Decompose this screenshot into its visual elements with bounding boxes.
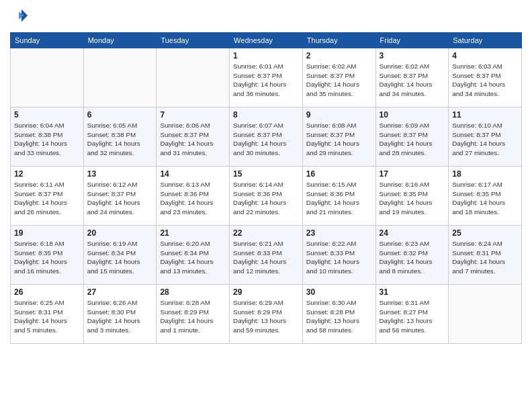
day-info: Sunrise: 6:14 AM Sunset: 8:36 PM Dayligh… — [233, 180, 299, 217]
week-row-1: 1Sunrise: 6:01 AM Sunset: 8:37 PM Daylig… — [11, 48, 522, 107]
day-number: 13 — [87, 169, 153, 179]
calendar-cell: 15Sunrise: 6:14 AM Sunset: 8:36 PM Dayli… — [230, 167, 303, 226]
calendar-cell: 2Sunrise: 6:02 AM Sunset: 8:37 PM Daylig… — [302, 48, 375, 107]
day-number: 23 — [306, 228, 372, 238]
day-info: Sunrise: 6:23 AM Sunset: 8:32 PM Dayligh… — [380, 239, 445, 276]
day-number: 14 — [160, 169, 226, 179]
day-info: Sunrise: 6:17 AM Sunset: 8:35 PM Dayligh… — [452, 180, 518, 217]
day-number: 8 — [233, 110, 299, 120]
calendar-cell: 20Sunrise: 6:19 AM Sunset: 8:34 PM Dayli… — [83, 226, 157, 285]
day-number: 27 — [87, 287, 153, 297]
calendar-cell: 11Sunrise: 6:10 AM Sunset: 8:37 PM Dayli… — [449, 107, 522, 167]
calendar-cell: 28Sunrise: 6:28 AM Sunset: 8:29 PM Dayli… — [157, 285, 230, 344]
calendar-cell: 9Sunrise: 6:08 AM Sunset: 8:37 PM Daylig… — [302, 107, 375, 167]
calendar-cell — [157, 48, 230, 107]
day-info: Sunrise: 6:06 AM Sunset: 8:37 PM Dayligh… — [160, 121, 226, 158]
calendar-cell: 23Sunrise: 6:22 AM Sunset: 8:33 PM Dayli… — [302, 226, 375, 285]
day-info: Sunrise: 6:25 AM Sunset: 8:31 PM Dayligh… — [14, 298, 80, 335]
day-number: 6 — [87, 110, 153, 120]
day-info: Sunrise: 6:05 AM Sunset: 8:38 PM Dayligh… — [87, 121, 153, 158]
day-number: 21 — [160, 228, 226, 238]
weekday-header-friday: Friday — [375, 33, 449, 48]
day-info: Sunrise: 6:21 AM Sunset: 8:33 PM Dayligh… — [233, 239, 299, 276]
calendar-cell: 27Sunrise: 6:26 AM Sunset: 8:30 PM Dayli… — [83, 285, 157, 344]
calendar-cell: 1Sunrise: 6:01 AM Sunset: 8:37 PM Daylig… — [230, 48, 303, 107]
day-info: Sunrise: 6:01 AM Sunset: 8:37 PM Dayligh… — [233, 62, 299, 99]
calendar-cell: 10Sunrise: 6:09 AM Sunset: 8:37 PM Dayli… — [375, 107, 449, 167]
day-info: Sunrise: 6:22 AM Sunset: 8:33 PM Dayligh… — [306, 239, 372, 276]
day-info: Sunrise: 6:08 AM Sunset: 8:37 PM Dayligh… — [306, 121, 372, 158]
calendar-cell: 26Sunrise: 6:25 AM Sunset: 8:31 PM Dayli… — [11, 285, 84, 344]
calendar-cell: 5Sunrise: 6:04 AM Sunset: 8:38 PM Daylig… — [11, 107, 84, 167]
day-info: Sunrise: 6:19 AM Sunset: 8:34 PM Dayligh… — [87, 239, 153, 276]
calendar-cell: 18Sunrise: 6:17 AM Sunset: 8:35 PM Dayli… — [449, 167, 522, 226]
day-info: Sunrise: 6:13 AM Sunset: 8:36 PM Dayligh… — [160, 180, 226, 217]
calendar-cell: 17Sunrise: 6:16 AM Sunset: 8:35 PM Dayli… — [375, 167, 449, 226]
calendar-cell: 19Sunrise: 6:18 AM Sunset: 8:35 PM Dayli… — [11, 226, 84, 285]
calendar-cell: 24Sunrise: 6:23 AM Sunset: 8:32 PM Dayli… — [375, 226, 449, 285]
calendar-cell: 8Sunrise: 6:07 AM Sunset: 8:37 PM Daylig… — [230, 107, 303, 167]
day-number: 3 — [380, 51, 445, 60]
day-number: 26 — [14, 287, 80, 297]
day-info: Sunrise: 6:28 AM Sunset: 8:29 PM Dayligh… — [160, 298, 226, 335]
day-number: 29 — [233, 287, 299, 297]
week-row-5: 26Sunrise: 6:25 AM Sunset: 8:31 PM Dayli… — [11, 285, 522, 344]
calendar-cell: 14Sunrise: 6:13 AM Sunset: 8:36 PM Dayli… — [157, 167, 230, 226]
day-number: 22 — [233, 228, 299, 238]
weekday-header-saturday: Saturday — [449, 33, 522, 48]
day-number: 9 — [306, 110, 372, 120]
calendar-cell: 31Sunrise: 6:31 AM Sunset: 8:27 PM Dayli… — [375, 285, 449, 344]
calendar-cell: 7Sunrise: 6:06 AM Sunset: 8:37 PM Daylig… — [157, 107, 230, 167]
calendar-cell: 22Sunrise: 6:21 AM Sunset: 8:33 PM Dayli… — [230, 226, 303, 285]
day-number: 31 — [380, 287, 445, 297]
day-number: 30 — [306, 287, 372, 297]
day-info: Sunrise: 6:12 AM Sunset: 8:37 PM Dayligh… — [87, 180, 153, 217]
day-info: Sunrise: 6:18 AM Sunset: 8:35 PM Dayligh… — [14, 239, 80, 276]
day-number: 12 — [14, 169, 80, 179]
calendar-cell: 21Sunrise: 6:20 AM Sunset: 8:34 PM Dayli… — [157, 226, 230, 285]
day-info: Sunrise: 6:09 AM Sunset: 8:37 PM Dayligh… — [380, 121, 445, 158]
calendar-cell: 13Sunrise: 6:12 AM Sunset: 8:37 PM Dayli… — [83, 167, 157, 226]
logo — [10, 7, 32, 26]
day-info: Sunrise: 6:26 AM Sunset: 8:30 PM Dayligh… — [87, 298, 153, 335]
day-number: 10 — [380, 110, 445, 120]
day-info: Sunrise: 6:02 AM Sunset: 8:37 PM Dayligh… — [380, 62, 445, 99]
day-number: 18 — [452, 169, 518, 179]
weekday-header-monday: Monday — [83, 33, 157, 48]
calendar-cell — [83, 48, 157, 107]
day-info: Sunrise: 6:03 AM Sunset: 8:37 PM Dayligh… — [452, 62, 518, 99]
day-number: 5 — [14, 110, 80, 120]
day-number: 11 — [452, 110, 518, 120]
header — [10, 7, 522, 26]
calendar-cell: 25Sunrise: 6:24 AM Sunset: 8:31 PM Dayli… — [449, 226, 522, 285]
day-info: Sunrise: 6:20 AM Sunset: 8:34 PM Dayligh… — [160, 239, 226, 276]
day-number: 2 — [306, 51, 372, 60]
day-info: Sunrise: 6:10 AM Sunset: 8:37 PM Dayligh… — [452, 121, 518, 158]
day-info: Sunrise: 6:24 AM Sunset: 8:31 PM Dayligh… — [452, 239, 518, 276]
calendar-cell: 30Sunrise: 6:30 AM Sunset: 8:28 PM Dayli… — [302, 285, 375, 344]
weekday-header-row: SundayMondayTuesdayWednesdayThursdayFrid… — [11, 33, 522, 48]
day-number: 20 — [87, 228, 153, 238]
day-info: Sunrise: 6:31 AM Sunset: 8:27 PM Dayligh… — [380, 298, 445, 335]
logo-icon — [10, 7, 29, 26]
day-number: 15 — [233, 169, 299, 179]
weekday-header-wednesday: Wednesday — [230, 33, 303, 48]
day-number: 16 — [306, 169, 372, 179]
day-number: 4 — [452, 51, 518, 60]
calendar-cell: 6Sunrise: 6:05 AM Sunset: 8:38 PM Daylig… — [83, 107, 157, 167]
week-row-4: 19Sunrise: 6:18 AM Sunset: 8:35 PM Dayli… — [11, 226, 522, 285]
weekday-header-thursday: Thursday — [302, 33, 375, 48]
page: SundayMondayTuesdayWednesdayThursdayFrid… — [0, 0, 532, 411]
calendar-cell — [11, 48, 84, 107]
day-number: 17 — [380, 169, 445, 179]
week-row-3: 12Sunrise: 6:11 AM Sunset: 8:37 PM Dayli… — [11, 167, 522, 226]
day-info: Sunrise: 6:29 AM Sunset: 8:29 PM Dayligh… — [233, 298, 299, 335]
day-info: Sunrise: 6:16 AM Sunset: 8:35 PM Dayligh… — [380, 180, 445, 217]
day-number: 28 — [160, 287, 226, 297]
calendar-cell: 29Sunrise: 6:29 AM Sunset: 8:29 PM Dayli… — [230, 285, 303, 344]
day-info: Sunrise: 6:30 AM Sunset: 8:28 PM Dayligh… — [306, 298, 372, 335]
day-info: Sunrise: 6:04 AM Sunset: 8:38 PM Dayligh… — [14, 121, 80, 158]
day-info: Sunrise: 6:02 AM Sunset: 8:37 PM Dayligh… — [306, 62, 372, 99]
week-row-2: 5Sunrise: 6:04 AM Sunset: 8:38 PM Daylig… — [11, 107, 522, 167]
day-info: Sunrise: 6:15 AM Sunset: 8:36 PM Dayligh… — [306, 180, 372, 217]
